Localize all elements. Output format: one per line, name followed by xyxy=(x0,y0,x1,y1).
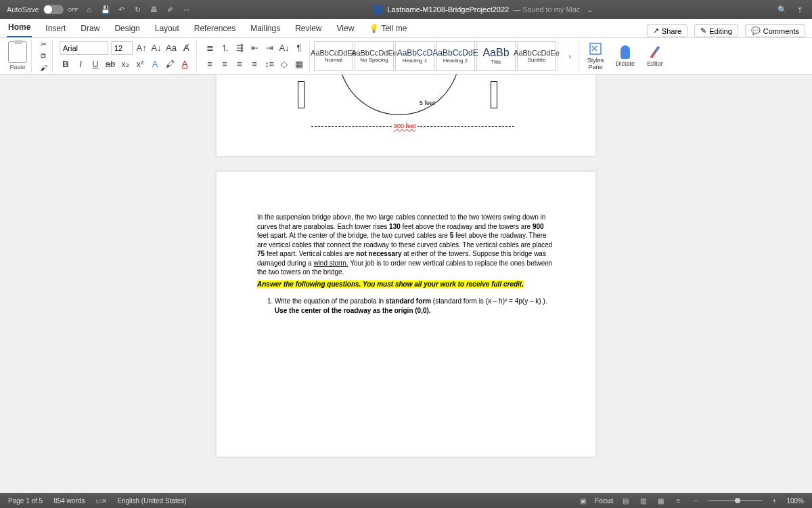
chevron-down-icon[interactable]: ⌄ xyxy=(584,4,595,15)
italic-button[interactable]: I xyxy=(74,58,87,70)
autosave-toggle[interactable]: AutoSave OFF xyxy=(7,5,78,14)
outdent-icon[interactable]: ⇤ xyxy=(248,42,261,54)
print-icon[interactable]: 🖶 xyxy=(149,4,160,15)
bullets-icon[interactable]: ≣ xyxy=(204,42,216,54)
touch-icon[interactable]: ✐ xyxy=(165,4,176,15)
show-marks-icon[interactable]: ¶ xyxy=(293,42,305,54)
saved-status: — Saved to my Mac xyxy=(513,5,580,14)
more-icon[interactable]: ··· xyxy=(181,4,192,15)
zoom-percent[interactable]: 100% xyxy=(786,497,804,505)
tab-design[interactable]: Design xyxy=(113,20,141,37)
highlight-icon[interactable]: 🖍 xyxy=(164,58,176,70)
tower-right xyxy=(491,81,497,108)
label-5-feet: 5 feet xyxy=(420,99,435,107)
zoom-out-button[interactable]: − xyxy=(690,496,701,505)
editor-icon xyxy=(650,45,660,58)
ribbon-tabs: Home Insert Draw Design Layout Reference… xyxy=(0,19,812,38)
focus-mode-icon[interactable]: ▣ xyxy=(577,496,588,505)
share-window-icon[interactable]: ⇪ xyxy=(794,4,805,15)
shading-icon[interactable]: ◇ xyxy=(278,58,290,70)
cut-icon[interactable]: ✂ xyxy=(39,39,48,49)
styles-more-icon[interactable]: › xyxy=(565,50,574,62)
justify-icon[interactable]: ≡ xyxy=(248,58,261,70)
editing-mode-button[interactable]: ✎ Editing xyxy=(694,24,738,37)
question-1[interactable]: Write the equation of the parabola in st… xyxy=(275,297,555,315)
format-painter-icon[interactable]: 🖌 xyxy=(39,62,48,72)
sort-icon[interactable]: A↓ xyxy=(278,42,290,54)
multilevel-icon[interactable]: ⇶ xyxy=(233,42,246,54)
language-indicator[interactable]: English (United States) xyxy=(117,497,186,505)
tab-layout[interactable]: Layout xyxy=(154,20,181,37)
save-icon[interactable]: 💾 xyxy=(100,4,111,15)
indent-icon[interactable]: ⇥ xyxy=(263,42,275,54)
styles-pane-button[interactable]: Styles Pane xyxy=(582,39,609,72)
style-no-spacing[interactable]: AaBbCcDdEeNo Spacing xyxy=(355,41,394,71)
question-list: Write the equation of the parabola in st… xyxy=(257,297,555,315)
align-center-icon[interactable]: ≡ xyxy=(219,58,231,70)
autosave-state: OFF xyxy=(68,7,78,13)
tab-references[interactable]: References xyxy=(193,20,237,37)
tab-draw[interactable]: Draw xyxy=(79,20,101,37)
style-title[interactable]: AaBbTitle xyxy=(476,41,516,71)
font-size-select[interactable] xyxy=(111,41,133,55)
style-subtitle[interactable]: AaBbCcDdEeSubtitle xyxy=(517,41,556,71)
grow-font-icon[interactable]: A↑ xyxy=(135,42,148,54)
editor-button[interactable]: Editor xyxy=(641,39,669,72)
align-left-icon[interactable]: ≡ xyxy=(204,58,216,70)
zoom-in-button[interactable]: + xyxy=(769,496,780,505)
titlebar: AutoSave OFF ⌂ 💾 ↶ ↻ 🖶 ✐ ··· Lastname-M1… xyxy=(0,0,812,19)
home-icon[interactable]: ⌂ xyxy=(84,4,95,15)
strike-button[interactable]: ab xyxy=(104,58,116,70)
font-name-select[interactable] xyxy=(60,41,108,55)
comments-button[interactable]: 💬 Comments xyxy=(745,24,805,37)
print-layout-icon[interactable]: ▤ xyxy=(620,496,631,505)
style-heading-1[interactable]: AaBbCcDHeading 1 xyxy=(395,41,434,71)
subscript-button[interactable]: x₂ xyxy=(119,58,131,70)
spellcheck-icon[interactable]: ▭✕ xyxy=(95,496,106,505)
tab-insert[interactable]: Insert xyxy=(44,20,67,37)
undo-icon[interactable]: ↶ xyxy=(116,4,127,15)
dictate-label: Dictate xyxy=(616,60,635,67)
zoom-slider[interactable] xyxy=(708,500,762,501)
outline-icon[interactable]: ≡ xyxy=(673,496,683,505)
web-layout-icon[interactable]: ▦ xyxy=(655,496,666,505)
document-canvas[interactable]: 5 feet 900 feet In the suspension bridge… xyxy=(0,75,812,493)
line-spacing-icon[interactable]: ↕≡ xyxy=(263,58,275,70)
tab-home[interactable]: Home xyxy=(7,18,32,37)
shrink-font-icon[interactable]: A↓ xyxy=(150,42,162,54)
problem-paragraph[interactable]: In the suspension bridge above, the two … xyxy=(257,213,555,277)
dictate-button[interactable]: Dictate xyxy=(612,39,639,72)
paragraph-group: ≣ ⒈ ⇶ ⇤ ⇥ A↓ ¶ ≡ ≡ ≡ ≡ ↕≡ ◇ ▦ xyxy=(200,39,310,72)
style-normal[interactable]: AaBbCcDdEeNormal xyxy=(314,41,353,71)
autosave-label: AutoSave xyxy=(7,5,39,14)
style-heading-2[interactable]: AaBbCcDdEHeading 2 xyxy=(436,41,475,71)
text-effects-icon[interactable]: A xyxy=(149,58,161,70)
paste-icon[interactable] xyxy=(8,41,27,63)
document-title[interactable]: Lastname-M1208-BridgeProject2022 xyxy=(387,5,509,14)
bold-button[interactable]: B xyxy=(60,58,72,70)
page-1-bottom: 5 feet 900 feet xyxy=(217,75,595,156)
font-color-icon[interactable]: A xyxy=(179,58,191,70)
numbering-icon[interactable]: ⒈ xyxy=(219,42,231,54)
borders-icon[interactable]: ▦ xyxy=(293,58,305,70)
instruction-highlight[interactable]: Answer the following questions. You must… xyxy=(257,280,555,289)
bridge-diagram: 5 feet 900 feet xyxy=(257,81,555,135)
tab-view[interactable]: View xyxy=(336,20,356,37)
word-count[interactable]: 854 words xyxy=(53,497,85,505)
tab-review[interactable]: Review xyxy=(294,20,323,37)
focus-label[interactable]: Focus xyxy=(595,497,613,505)
editor-label: Editor xyxy=(647,60,663,67)
tab-mailings[interactable]: Mailings xyxy=(249,20,281,37)
clear-format-icon[interactable]: A̸ xyxy=(180,42,192,54)
redo-icon[interactable]: ↻ xyxy=(133,4,143,15)
search-icon[interactable]: 🔍 xyxy=(777,4,788,15)
underline-button[interactable]: U xyxy=(89,58,102,70)
align-right-icon[interactable]: ≡ xyxy=(233,58,246,70)
superscript-button[interactable]: x² xyxy=(134,58,146,70)
page-indicator[interactable]: Page 1 of 5 xyxy=(8,497,43,505)
change-case-icon[interactable]: Aa xyxy=(165,42,177,54)
read-mode-icon[interactable]: ▥ xyxy=(637,496,648,505)
share-button[interactable]: ↗ Share xyxy=(647,24,687,37)
copy-icon[interactable]: ⧉ xyxy=(39,51,48,61)
tab-tellme[interactable]: 💡 Tell me xyxy=(367,20,408,37)
